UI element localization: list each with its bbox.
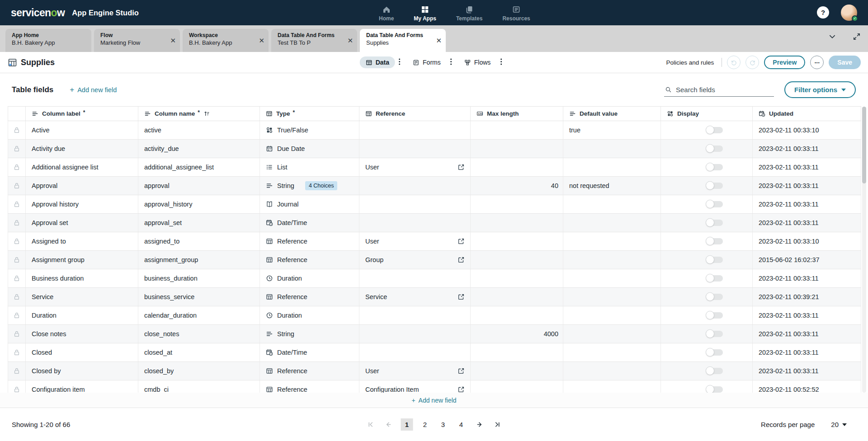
previous-page-button[interactable] bbox=[383, 418, 395, 431]
column-header-column-name[interactable]: Column name * bbox=[138, 107, 260, 121]
table-row[interactable]: Duration calendar_duration Duration 2023… bbox=[8, 306, 861, 325]
display-toggle[interactable] bbox=[707, 164, 723, 170]
column-name-cell: assignment_group bbox=[138, 251, 260, 269]
search-input[interactable] bbox=[676, 86, 766, 94]
last-page-button[interactable] bbox=[491, 418, 504, 431]
nav-item-home[interactable]: Home bbox=[379, 4, 394, 22]
column-header-max-length[interactable]: 123 Max length bbox=[471, 107, 563, 121]
display-toggle[interactable] bbox=[707, 312, 723, 319]
data-menu-button[interactable] bbox=[396, 56, 403, 69]
display-toggle[interactable] bbox=[707, 368, 723, 374]
display-toggle[interactable] bbox=[707, 331, 723, 337]
records-per-page-select[interactable]: 20 bbox=[831, 421, 847, 428]
table-row[interactable]: Assignment group assignment_group Refere… bbox=[8, 251, 861, 269]
table-row[interactable]: Additional assignee list additional_assi… bbox=[8, 158, 861, 177]
table-row[interactable]: Approval approval String 4 Choices 40 no… bbox=[8, 177, 861, 195]
vertical-scrollbar[interactable] bbox=[862, 107, 866, 393]
table-row[interactable]: Service business_service Reference Servi… bbox=[8, 288, 861, 306]
column-header-display[interactable]: Display bbox=[661, 107, 753, 121]
nav-item-my-apps[interactable]: My Apps bbox=[414, 4, 436, 22]
fullscreen-icon[interactable] bbox=[853, 33, 861, 42]
tab-b-h-bakery-app[interactable]: App Home B.H. Bakery App bbox=[5, 29, 91, 52]
table-row[interactable]: Assigned to assigned_to Reference User 2… bbox=[8, 232, 861, 251]
policies-and-rules-link[interactable]: Policies and rules bbox=[666, 59, 714, 66]
tab-marketing-flow[interactable]: Flow Marketing Flow ✕ bbox=[94, 29, 180, 52]
nav-item-resources[interactable]: Resources bbox=[502, 4, 530, 22]
table-row[interactable]: Approval history approval_history Journa… bbox=[8, 195, 861, 214]
column-header-default-value[interactable]: Default value bbox=[563, 107, 661, 121]
table-row[interactable]: Active active True/False true 2023-02-11… bbox=[8, 121, 861, 140]
table-row[interactable]: Closed closed_at Date/Time 2023-02-11 00… bbox=[8, 343, 861, 362]
forms-menu-button[interactable] bbox=[448, 56, 455, 69]
next-page-button[interactable] bbox=[473, 418, 486, 431]
tab-b-h-bakery-app[interactable]: Workspace B.H. Bakery App ✕ bbox=[183, 29, 269, 52]
max-length-cell bbox=[471, 343, 563, 361]
tab-title: App Home bbox=[12, 32, 88, 38]
flows-menu-button[interactable] bbox=[497, 56, 505, 69]
external-link-icon[interactable] bbox=[458, 367, 465, 375]
lock-cell bbox=[8, 362, 26, 380]
table-row[interactable]: Business duration business_duration Dura… bbox=[8, 269, 861, 288]
display-toggle[interactable] bbox=[707, 386, 723, 393]
display-toggle[interactable] bbox=[707, 201, 723, 207]
text-icon bbox=[266, 330, 273, 338]
reference-cell bbox=[359, 325, 471, 343]
display-toggle[interactable] bbox=[707, 294, 723, 300]
undo-button[interactable] bbox=[727, 56, 741, 69]
external-link-icon[interactable] bbox=[458, 386, 465, 393]
add-new-field-row-button[interactable]: + Add new field bbox=[411, 397, 456, 404]
first-page-button[interactable] bbox=[365, 418, 377, 431]
close-icon[interactable]: ✕ bbox=[436, 38, 442, 44]
view-tab-data[interactable]: Data bbox=[360, 56, 395, 68]
display-toggle[interactable] bbox=[707, 275, 723, 281]
save-button[interactable]: Save bbox=[829, 56, 861, 69]
toggle-knob bbox=[706, 163, 714, 171]
external-link-icon[interactable] bbox=[458, 238, 465, 245]
redo-button[interactable] bbox=[745, 56, 759, 69]
add-new-field-button[interactable]: + Add new field bbox=[70, 85, 117, 94]
max-length-cell bbox=[471, 269, 563, 287]
external-link-icon[interactable] bbox=[458, 164, 465, 171]
display-toggle[interactable] bbox=[707, 183, 723, 189]
tab-test-tb-to-p[interactable]: Data Table And Forms Test TB To P ✕ bbox=[271, 29, 357, 52]
external-link-icon[interactable] bbox=[458, 256, 465, 263]
display-toggle[interactable] bbox=[707, 127, 723, 133]
column-header-type[interactable]: Type * bbox=[260, 107, 359, 121]
choices-badge[interactable]: 4 Choices bbox=[305, 181, 338, 190]
preview-button[interactable]: Preview bbox=[764, 56, 805, 69]
display-toggle[interactable] bbox=[707, 220, 723, 226]
page-1-button[interactable]: 1 bbox=[401, 418, 413, 431]
help-button[interactable]: ? bbox=[817, 6, 829, 19]
table-row[interactable]: Approval set approval_set Date/Time 2023… bbox=[8, 214, 861, 232]
view-tab-forms[interactable]: Forms bbox=[407, 56, 447, 68]
tab-supplies[interactable]: Data Table And Forms Supplies ✕ bbox=[360, 29, 446, 52]
more-options-button[interactable]: ... bbox=[810, 56, 824, 69]
display-toggle[interactable] bbox=[707, 238, 723, 244]
close-icon[interactable]: ✕ bbox=[347, 38, 353, 44]
servicenow-logo[interactable]: servicenow bbox=[11, 7, 65, 19]
column-header-updated[interactable]: Updated bbox=[753, 107, 861, 121]
column-header-reference[interactable]: Reference bbox=[359, 107, 471, 121]
default-value-cell bbox=[563, 158, 661, 176]
table-row[interactable]: Closed by closed_by Reference User 2023-… bbox=[8, 362, 861, 380]
lock-icon bbox=[13, 145, 20, 152]
chevron-down-icon[interactable] bbox=[828, 33, 836, 42]
page-4-button[interactable]: 4 bbox=[455, 418, 467, 431]
nav-item-templates[interactable]: Templates bbox=[456, 4, 482, 22]
external-link-icon[interactable] bbox=[458, 293, 465, 300]
display-toggle[interactable] bbox=[707, 145, 723, 152]
view-tab-flows[interactable]: Flows bbox=[458, 56, 497, 68]
table-row[interactable]: Activity due activity_due Due Date 2023-… bbox=[8, 140, 861, 158]
avatar[interactable]: ✓ bbox=[841, 5, 857, 21]
close-icon[interactable]: ✕ bbox=[259, 38, 264, 44]
page-2-button[interactable]: 2 bbox=[419, 418, 431, 431]
scrollbar-thumb[interactable] bbox=[862, 107, 866, 183]
page-3-button[interactable]: 3 bbox=[437, 418, 449, 431]
table-row[interactable]: Close notes close_notes String 4000 2023… bbox=[8, 325, 861, 343]
display-toggle[interactable] bbox=[707, 257, 723, 263]
table-row[interactable]: Configuration item cmdb_ci Reference Con… bbox=[8, 380, 861, 393]
filter-options-button[interactable]: Filter options bbox=[784, 81, 856, 98]
column-header-column-label[interactable]: Column label * bbox=[26, 107, 138, 121]
close-icon[interactable]: ✕ bbox=[170, 38, 176, 44]
display-toggle[interactable] bbox=[707, 349, 723, 356]
